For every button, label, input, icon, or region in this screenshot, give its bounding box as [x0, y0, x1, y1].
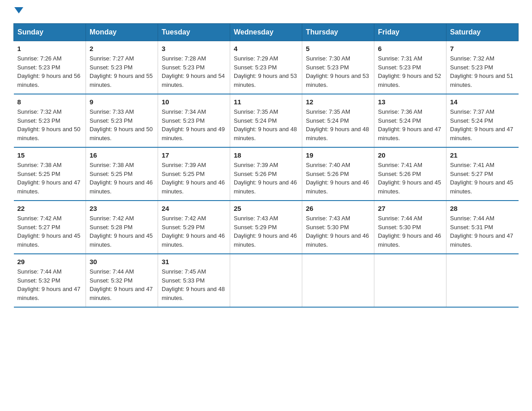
header-cell-saturday: Saturday [446, 24, 519, 41]
day-cell [374, 254, 446, 307]
page-header [13, 9, 519, 15]
day-number: 1 [17, 45, 82, 52]
day-info: Sunrise: 7:43 AMSunset: 5:29 PMDaylight:… [234, 215, 297, 248]
day-cell: 8 Sunrise: 7:32 AMSunset: 5:23 PMDayligh… [14, 94, 86, 147]
day-info: Sunrise: 7:42 AMSunset: 5:27 PMDaylight:… [17, 215, 81, 248]
day-info: Sunrise: 7:29 AMSunset: 5:23 PMDaylight:… [234, 55, 297, 88]
day-number: 20 [378, 151, 442, 159]
day-cell: 20 Sunrise: 7:41 AMSunset: 5:26 PMDaylig… [374, 147, 446, 201]
day-cell [302, 254, 374, 307]
day-cell: 3 Sunrise: 7:28 AMSunset: 5:23 PMDayligh… [158, 41, 230, 94]
day-info: Sunrise: 7:44 AMSunset: 5:31 PMDaylight:… [450, 215, 513, 248]
logo [13, 9, 23, 15]
day-cell: 28 Sunrise: 7:44 AMSunset: 5:31 PMDaylig… [446, 201, 519, 254]
day-number: 22 [17, 205, 82, 212]
day-info: Sunrise: 7:45 AMSunset: 5:33 PMDaylight:… [162, 268, 225, 301]
day-info: Sunrise: 7:42 AMSunset: 5:29 PMDaylight:… [162, 215, 225, 248]
day-info: Sunrise: 7:32 AMSunset: 5:23 PMDaylight:… [450, 55, 513, 88]
day-number: 30 [90, 258, 154, 265]
day-number: 13 [378, 98, 442, 106]
day-cell: 22 Sunrise: 7:42 AMSunset: 5:27 PMDaylig… [14, 201, 86, 254]
day-cell: 17 Sunrise: 7:39 AMSunset: 5:25 PMDaylig… [158, 147, 230, 201]
day-number: 21 [450, 151, 515, 159]
header-cell-sunday: Sunday [14, 24, 86, 41]
day-info: Sunrise: 7:37 AMSunset: 5:24 PMDaylight:… [450, 108, 513, 141]
day-cell: 4 Sunrise: 7:29 AMSunset: 5:23 PMDayligh… [230, 41, 302, 94]
day-cell: 18 Sunrise: 7:39 AMSunset: 5:26 PMDaylig… [230, 147, 302, 201]
calendar-table: SundayMondayTuesdayWednesdayThursdayFrid… [13, 23, 519, 308]
week-row-5: 29 Sunrise: 7:44 AMSunset: 5:32 PMDaylig… [14, 254, 519, 307]
day-info: Sunrise: 7:32 AMSunset: 5:23 PMDaylight:… [17, 108, 81, 141]
day-number: 19 [306, 151, 370, 159]
day-info: Sunrise: 7:34 AMSunset: 5:23 PMDaylight:… [162, 108, 225, 141]
day-info: Sunrise: 7:36 AMSunset: 5:24 PMDaylight:… [378, 108, 441, 141]
day-number: 5 [306, 45, 370, 52]
day-info: Sunrise: 7:40 AMSunset: 5:26 PMDaylight:… [306, 162, 369, 195]
day-info: Sunrise: 7:43 AMSunset: 5:30 PMDaylight:… [306, 215, 369, 248]
day-number: 24 [162, 205, 226, 212]
day-number: 3 [162, 45, 226, 52]
day-info: Sunrise: 7:44 AMSunset: 5:32 PMDaylight:… [17, 268, 81, 301]
day-number: 15 [17, 151, 82, 159]
header-cell-thursday: Thursday [302, 24, 374, 41]
day-info: Sunrise: 7:33 AMSunset: 5:23 PMDaylight:… [90, 108, 153, 141]
day-info: Sunrise: 7:39 AMSunset: 5:26 PMDaylight:… [234, 162, 297, 195]
day-cell: 14 Sunrise: 7:37 AMSunset: 5:24 PMDaylig… [446, 94, 519, 147]
header-cell-friday: Friday [374, 24, 446, 41]
day-cell: 5 Sunrise: 7:30 AMSunset: 5:23 PMDayligh… [302, 41, 374, 94]
day-cell: 29 Sunrise: 7:44 AMSunset: 5:32 PMDaylig… [14, 254, 86, 307]
day-number: 25 [234, 205, 298, 212]
week-row-4: 22 Sunrise: 7:42 AMSunset: 5:27 PMDaylig… [14, 201, 519, 254]
day-number: 10 [162, 98, 226, 106]
day-info: Sunrise: 7:31 AMSunset: 5:23 PMDaylight:… [378, 55, 441, 88]
week-row-2: 8 Sunrise: 7:32 AMSunset: 5:23 PMDayligh… [14, 94, 519, 147]
day-number: 2 [90, 45, 154, 52]
day-number: 9 [90, 98, 154, 106]
day-cell: 26 Sunrise: 7:43 AMSunset: 5:30 PMDaylig… [302, 201, 374, 254]
day-cell: 24 Sunrise: 7:42 AMSunset: 5:29 PMDaylig… [158, 201, 230, 254]
day-number: 28 [450, 205, 515, 212]
day-number: 27 [378, 205, 442, 212]
week-row-1: 1 Sunrise: 7:26 AMSunset: 5:23 PMDayligh… [14, 41, 519, 94]
day-cell: 7 Sunrise: 7:32 AMSunset: 5:23 PMDayligh… [446, 41, 519, 94]
day-cell: 10 Sunrise: 7:34 AMSunset: 5:23 PMDaylig… [158, 94, 230, 147]
day-number: 14 [450, 98, 515, 106]
header-cell-wednesday: Wednesday [230, 24, 302, 41]
day-info: Sunrise: 7:38 AMSunset: 5:25 PMDaylight:… [90, 162, 153, 195]
day-number: 18 [234, 151, 298, 159]
day-info: Sunrise: 7:28 AMSunset: 5:23 PMDaylight:… [162, 55, 225, 88]
day-cell [230, 254, 302, 307]
day-cell: 11 Sunrise: 7:35 AMSunset: 5:24 PMDaylig… [230, 94, 302, 147]
day-number: 31 [162, 258, 226, 265]
day-number: 12 [306, 98, 370, 106]
day-number: 29 [17, 258, 82, 265]
day-number: 11 [234, 98, 298, 106]
day-number: 23 [90, 205, 154, 212]
day-info: Sunrise: 7:44 AMSunset: 5:30 PMDaylight:… [378, 215, 441, 248]
day-cell: 23 Sunrise: 7:42 AMSunset: 5:28 PMDaylig… [86, 201, 158, 254]
day-info: Sunrise: 7:35 AMSunset: 5:24 PMDaylight:… [306, 108, 369, 141]
day-cell: 6 Sunrise: 7:31 AMSunset: 5:23 PMDayligh… [374, 41, 446, 94]
header-row: SundayMondayTuesdayWednesdayThursdayFrid… [14, 24, 519, 41]
day-info: Sunrise: 7:27 AMSunset: 5:23 PMDaylight:… [90, 55, 153, 88]
day-cell: 31 Sunrise: 7:45 AMSunset: 5:33 PMDaylig… [158, 254, 230, 307]
day-cell: 2 Sunrise: 7:27 AMSunset: 5:23 PMDayligh… [86, 41, 158, 94]
day-info: Sunrise: 7:39 AMSunset: 5:25 PMDaylight:… [162, 162, 225, 195]
header-cell-tuesday: Tuesday [158, 24, 230, 41]
day-cell [446, 254, 519, 307]
calendar-body: 1 Sunrise: 7:26 AMSunset: 5:23 PMDayligh… [14, 41, 519, 308]
day-number: 17 [162, 151, 226, 159]
day-cell: 9 Sunrise: 7:33 AMSunset: 5:23 PMDayligh… [86, 94, 158, 147]
day-cell: 19 Sunrise: 7:40 AMSunset: 5:26 PMDaylig… [302, 147, 374, 201]
day-number: 8 [17, 98, 82, 106]
logo-arrow-icon [14, 7, 23, 13]
day-cell: 27 Sunrise: 7:44 AMSunset: 5:30 PMDaylig… [374, 201, 446, 254]
day-info: Sunrise: 7:26 AMSunset: 5:23 PMDaylight:… [17, 55, 81, 88]
day-cell: 15 Sunrise: 7:38 AMSunset: 5:25 PMDaylig… [14, 147, 86, 201]
day-info: Sunrise: 7:44 AMSunset: 5:32 PMDaylight:… [90, 268, 153, 301]
day-cell: 13 Sunrise: 7:36 AMSunset: 5:24 PMDaylig… [374, 94, 446, 147]
day-info: Sunrise: 7:41 AMSunset: 5:26 PMDaylight:… [378, 162, 441, 195]
day-number: 4 [234, 45, 298, 52]
header-cell-monday: Monday [86, 24, 158, 41]
day-cell: 30 Sunrise: 7:44 AMSunset: 5:32 PMDaylig… [86, 254, 158, 307]
